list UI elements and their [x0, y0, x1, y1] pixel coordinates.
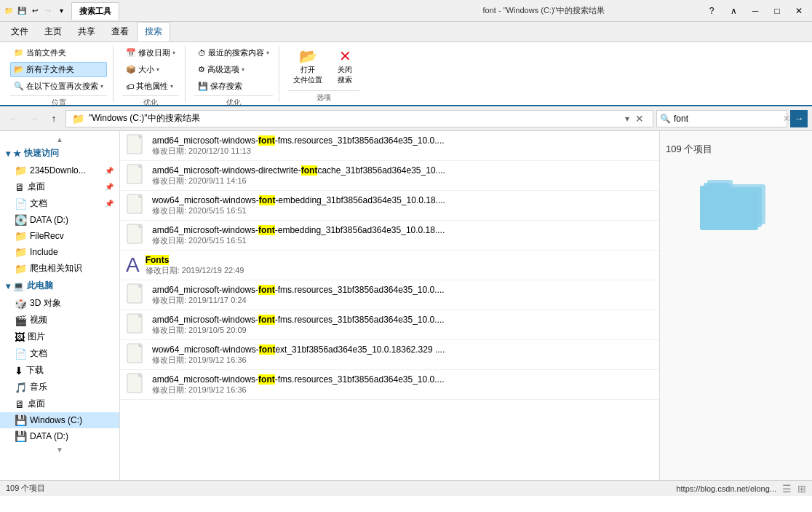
- sidebar-item-data-d[interactable]: 💾 DATA (D:): [0, 428, 119, 444]
- windows-c-icon: 💾: [15, 414, 27, 426]
- back-button[interactable]: ←: [4, 110, 22, 127]
- 3d-icon: 🎲: [15, 298, 27, 310]
- sidebar-item-downloads[interactable]: ⬇ 下载: [0, 362, 119, 379]
- sidebar-item-spider[interactable]: 📁 爬虫相关知识: [0, 260, 119, 277]
- file-item-name: amd64_microsoft-windows-font-fms.resourc…: [152, 374, 653, 385]
- sidebar-item-music[interactable]: 🎵 音乐: [0, 379, 119, 395]
- sidebar-item-label: 桌面: [28, 181, 102, 193]
- sidebar-scroll-down[interactable]: ▼: [0, 444, 119, 454]
- sidebar-item-documents[interactable]: 📄 文档 📌: [0, 195, 119, 212]
- sidebar-item-include[interactable]: 📁 Include: [0, 244, 119, 260]
- other-props-label: 其他属性: [136, 81, 168, 92]
- ribbon-recent-buttons: ⏱ 最近的搜索内容 ▾ ⚙ 高级选项 ▾ 💾 保存搜索: [194, 45, 273, 94]
- size-btn[interactable]: 📦 大小 ▾: [122, 62, 179, 77]
- search-go-button[interactable]: →: [790, 110, 808, 127]
- sidebar-item-label: 下载: [26, 364, 114, 377]
- folder-stack-icon: [696, 171, 776, 237]
- sidebar-item-3dobjects[interactable]: 🎲 3D 对象: [0, 295, 119, 312]
- modify-date-btn[interactable]: 📅 修改日期 ▾: [122, 45, 179, 60]
- sidebar-item-windows-c[interactable]: 💾 Windows (C:): [0, 412, 119, 428]
- grid-view-button[interactable]: ⊞: [797, 483, 806, 495]
- menu-share[interactable]: 共享: [70, 22, 103, 42]
- recent-search-btn[interactable]: ⏱ 最近的搜索内容 ▾: [194, 45, 273, 60]
- search-bar[interactable]: 🔍 ✕: [656, 110, 787, 127]
- dropdown-icon[interactable]: ▾: [55, 5, 67, 17]
- undo-icon[interactable]: ↩: [29, 5, 41, 17]
- ribbon-menu-bar: 文件 主页 共享 查看 搜索: [0, 22, 812, 42]
- help-button[interactable]: ?: [701, 3, 722, 19]
- search-again-label: 在以下位置再次搜索: [26, 81, 98, 92]
- sidebar-item-desktop2[interactable]: 🖥 桌面: [0, 395, 119, 412]
- file-list-scroll[interactable]: amd64_microsoft-windows-font-fms.resourc…: [120, 131, 659, 480]
- menu-search[interactable]: 搜索: [137, 22, 170, 42]
- file-item[interactable]: amd64_microsoft-windows-font-fms.resourc…: [120, 370, 659, 400]
- sidebar-item-label: 视频: [30, 314, 114, 326]
- menu-home[interactable]: 主页: [36, 22, 70, 42]
- minimize-button[interactable]: ─: [745, 3, 765, 19]
- sidebar-item-filerecv[interactable]: 📁 FileRecv: [0, 228, 119, 244]
- quick-access-icon[interactable]: 💾: [16, 5, 28, 17]
- sidebar-item-docs[interactable]: 📄 文档: [0, 345, 119, 362]
- file-item[interactable]: amd64_microsoft-windows-font-embedding_3…: [120, 221, 659, 251]
- documents-icon: 📄: [15, 198, 27, 210]
- search-input[interactable]: [674, 114, 783, 124]
- folder-icon: 📁: [15, 246, 27, 258]
- search-clear-btn[interactable]: ✕: [783, 114, 790, 124]
- ribbon-location-buttons: 📁 当前文件夹 📂 所有子文件夹 🔍 在以下位置再次搜索 ▾: [10, 45, 107, 94]
- file-item-info: wow64_microsoft-windows-fontext_31bf3856…: [152, 344, 653, 366]
- size-icon: 📦: [126, 65, 136, 74]
- file-item[interactable]: wow64_microsoft-windows-fontext_31bf3856…: [120, 340, 659, 370]
- up-button[interactable]: ↑: [45, 110, 63, 127]
- sidebar-scroll-up[interactable]: ▲: [0, 134, 119, 144]
- open-file-location-btn[interactable]: 📂 打开文件位置: [288, 45, 327, 89]
- current-folder-btn[interactable]: 📁 当前文件夹: [10, 45, 107, 60]
- search-tools-tab[interactable]: 搜索工具: [71, 2, 119, 20]
- file-item-info: Fonts 修改日期: 2019/12/19 22:49: [146, 255, 653, 276]
- up-button[interactable]: ∧: [723, 3, 744, 19]
- title-bar: 📁 💾 ↩ ↪ ▾ 搜索工具 font - "Windows (C:)"中的搜索…: [0, 0, 812, 22]
- maximize-button[interactable]: □: [767, 3, 787, 19]
- desktop-icon: 🖥: [15, 181, 25, 193]
- sidebar-item-desktop[interactable]: 🖥 桌面 📌: [0, 178, 119, 195]
- this-pc-label: 此电脑: [27, 280, 53, 292]
- sidebar-quick-access-header[interactable]: ▾ ★ 快速访问: [0, 144, 119, 162]
- file-item[interactable]: A Fonts 修改日期: 2019/12/19 22:49: [120, 251, 659, 280]
- sidebar-item-videos[interactable]: 🎬 视频: [0, 312, 119, 328]
- menu-view[interactable]: 查看: [103, 22, 137, 42]
- sidebar-this-pc-header[interactable]: ▾ 💻 此电脑: [0, 277, 119, 295]
- sidebar-item-pictures[interactable]: 🖼 图片: [0, 328, 119, 345]
- menu-file[interactable]: 文件: [3, 22, 36, 42]
- sidebar-item-label: 图片: [28, 331, 114, 343]
- address-bar[interactable]: 📁 "Windows (C:)"中的搜索结果 ▾ ✕: [65, 110, 653, 127]
- music-icon: 🎵: [15, 382, 27, 393]
- search-again-btn[interactable]: 🔍 在以下位置再次搜索 ▾: [10, 79, 107, 94]
- advanced-options-btn[interactable]: ⚙ 高级选项 ▾: [194, 62, 273, 77]
- close-search-btn[interactable]: ✕ 关闭搜索: [330, 45, 359, 89]
- file-item[interactable]: amd64_microsoft-windows-font-fms.resourc…: [120, 131, 659, 161]
- all-subfolders-btn[interactable]: 📂 所有子文件夹: [10, 62, 107, 77]
- save-search-icon: 💾: [198, 82, 208, 91]
- other-props-icon: 🏷: [126, 82, 134, 91]
- window-title: font - "Windows (C:)"中的搜索结果: [386, 5, 701, 16]
- file-list: amd64_microsoft-windows-font-fms.resourc…: [120, 131, 659, 480]
- path-clear-btn[interactable]: ✕: [632, 113, 647, 125]
- file-icon: [126, 313, 146, 336]
- file-item[interactable]: amd64_microsoft-windows-font-fms.resourc…: [120, 310, 659, 340]
- app-icon: 📁: [3, 5, 15, 17]
- sidebar-item-datad[interactable]: 💽 DATA (D:): [0, 212, 119, 228]
- preview-area: [693, 168, 780, 240]
- file-item[interactable]: amd64_microsoft-windows-font-fms.resourc…: [120, 280, 659, 310]
- other-props-btn[interactable]: 🏷 其他属性 ▾: [122, 79, 179, 94]
- forward-button[interactable]: →: [25, 110, 42, 127]
- list-view-button[interactable]: ☰: [782, 483, 792, 495]
- save-search-btn[interactable]: 💾 保存搜索: [194, 79, 273, 94]
- file-item-date: 修改日期: 2019/10/5 20:09: [152, 325, 653, 336]
- file-icon: [126, 343, 146, 366]
- pin-icon: 📌: [105, 200, 114, 208]
- file-item-name: amd64_microsoft-windows-font-fms.resourc…: [152, 315, 653, 325]
- close-button[interactable]: ✕: [789, 3, 809, 19]
- file-item[interactable]: wow64_microsoft-windows-font-embedding_3…: [120, 191, 659, 221]
- sidebar-item-2345downloads[interactable]: 📁 2345Downlo... 📌: [0, 162, 119, 178]
- file-item[interactable]: amd64_microsoft-windows-directwrite-font…: [120, 161, 659, 191]
- path-dropdown-arrow[interactable]: ▾: [622, 114, 632, 124]
